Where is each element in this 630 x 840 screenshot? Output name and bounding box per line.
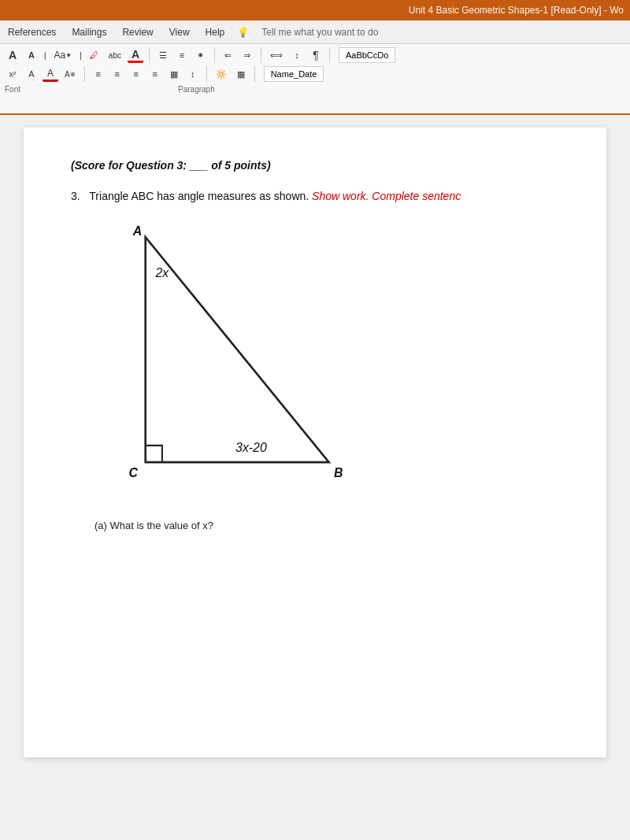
question-text: 3. Triangle ABC has angle measures as sh… <box>71 187 559 205</box>
part-a: (a) What is the value of x? <box>94 520 559 531</box>
menu-view[interactable]: View <box>161 24 198 41</box>
ribbon: A A | Aa▼ | 🖊 abc A ☰ ≡ ⁕ ⇐ ⇒ ⟺ ↕ ¶ AaBb… <box>0 44 630 115</box>
paragraph-section-label: Paragraph <box>178 85 215 94</box>
vertex-a-label: A <box>132 224 142 238</box>
font-color-btn[interactable]: A <box>43 66 58 82</box>
line-spacing-btn[interactable]: ↕ <box>185 66 201 82</box>
sep7 <box>254 66 255 82</box>
divider2: | <box>80 51 82 60</box>
angle-b-label: 3x-20 <box>235 442 267 455</box>
question-body: Triangle ABC has angle measures as shown… <box>89 190 309 202</box>
text-direction-btn[interactable]: ⟺ <box>267 47 286 63</box>
bullet-list-btn[interactable]: ☰ <box>155 47 171 63</box>
borders-btn[interactable]: ▦ <box>233 66 249 82</box>
sep6 <box>206 66 207 82</box>
align-justify-btn[interactable]: ≡ <box>147 66 163 82</box>
indent-dropdown-btn[interactable]: ⁕ <box>193 47 209 63</box>
shading-btn[interactable]: 🔆 <box>213 66 230 82</box>
numbered-list-btn[interactable]: ≡ <box>174 47 190 63</box>
sep2 <box>214 47 215 63</box>
sep4 <box>329 47 330 63</box>
style-aabbcc[interactable]: AaBbCcDo <box>339 47 395 63</box>
menu-mailings[interactable]: Mailings <box>64 24 114 41</box>
triangle-svg: A C B 2x 3x-20 <box>94 220 346 504</box>
tell-me-icon: 💡 <box>232 27 254 38</box>
align-left-btn[interactable]: ≡ <box>91 66 106 82</box>
font-size-small-btn[interactable]: A <box>24 47 39 63</box>
question-number: 3. <box>71 190 80 202</box>
tell-me-text[interactable]: Tell me what you want to do <box>254 24 386 41</box>
sep1 <box>149 47 150 63</box>
columns-btn[interactable]: ▦ <box>166 66 182 82</box>
score-line: (Score for Question 3: ___ of 5 points) <box>71 159 559 172</box>
divider1: | <box>44 51 46 60</box>
vertex-b-label: B <box>334 467 343 480</box>
font-highlight-btn[interactable]: A <box>24 66 39 82</box>
align-right-btn[interactable]: ≡ <box>128 66 144 82</box>
svg-marker-0 <box>146 238 329 463</box>
aa-dropdown-btn[interactable]: Aa▼ <box>51 47 76 63</box>
sep5 <box>84 66 85 82</box>
menu-help[interactable]: Help <box>198 24 233 41</box>
pilcrow-btn[interactable]: ¶ <box>308 47 324 63</box>
vertex-c-label: C <box>129 467 139 480</box>
ribbon-footer: Font Paragraph <box>5 85 625 94</box>
triangle-diagram: A C B 2x 3x-20 <box>94 220 346 504</box>
ribbon-row2: x² A A A⊕ ≡ ≡ ≡ ≡ ▦ ↕ 🔆 ▦ Name_Date <box>5 66 625 82</box>
style-namedate[interactable]: Name_Date <box>264 66 324 82</box>
font-color-A-btn[interactable]: A <box>128 47 143 63</box>
abc-btn[interactable]: abc <box>106 47 124 63</box>
align-center-btn[interactable]: ≡ <box>109 66 125 82</box>
font-subscript-btn[interactable]: A⊕ <box>61 66 79 82</box>
title-bar-text: Unit 4 Basic Geometric Shapes-1 [Read-On… <box>409 5 624 16</box>
sort-btn[interactable]: ↕ <box>289 47 305 63</box>
menu-bar: References Mailings Review View Help 💡 T… <box>0 20 630 44</box>
font-section-label: Font <box>5 85 20 94</box>
document-area: (Score for Question 3: ___ of 5 points) … <box>24 128 606 757</box>
superscript-btn[interactable]: x² <box>5 66 20 82</box>
show-work-text: Show work. Complete sentenc <box>312 190 461 202</box>
decrease-indent-btn[interactable]: ⇐ <box>220 47 236 63</box>
angle-a-label: 2x <box>154 266 169 279</box>
menu-references[interactable]: References <box>0 24 64 41</box>
sep3 <box>261 47 261 63</box>
increase-indent-btn[interactable]: ⇒ <box>239 47 255 63</box>
title-bar: Unit 4 Basic Geometric Shapes-1 [Read-On… <box>0 0 630 20</box>
menu-review[interactable]: Review <box>114 24 161 41</box>
font-size-large-btn[interactable]: A <box>5 47 20 63</box>
ribbon-row1: A A | Aa▼ | 🖊 abc A ☰ ≡ ⁕ ⇐ ⇒ ⟺ ↕ ¶ AaBb… <box>5 47 625 63</box>
highlight-btn[interactable]: 🖊 <box>87 47 102 63</box>
